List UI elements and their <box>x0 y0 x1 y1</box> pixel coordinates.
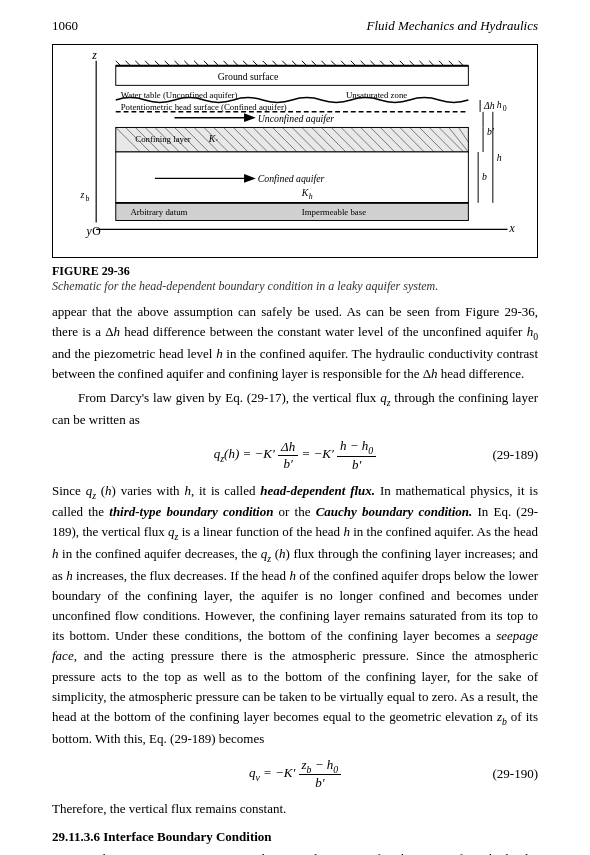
svg-text:Unconfined aquifer: Unconfined aquifer <box>258 113 335 124</box>
svg-rect-8 <box>116 66 469 86</box>
svg-text:Impermeable base: Impermeable base <box>302 207 366 217</box>
svg-text:Water table (Unconfined aquife: Water table (Unconfined aquifer) <box>121 90 238 100</box>
svg-text:K: K <box>208 133 216 144</box>
svg-text:ʹ: ʹ <box>216 139 218 146</box>
svg-text:h: h <box>497 152 502 163</box>
figure-box: z y O x z b <box>52 44 538 258</box>
equation-29-190: qv = −K′ zb − h0 b′ (29-190) <box>52 757 538 792</box>
paragraph-3: Since qz (h) varies with h, it is called… <box>52 481 538 749</box>
svg-text:z: z <box>80 189 85 200</box>
svg-text:Ground surface: Ground surface <box>218 71 279 82</box>
equation-29-189: qz(h) = −K′ Δh b′ = −K′ h − h0 b′ (29-18… <box>52 438 538 473</box>
svg-text:z: z <box>91 49 97 62</box>
svg-text:Arbitrary datum: Arbitrary datum <box>130 207 187 217</box>
paragraph-1: appear that the above assumption can saf… <box>52 302 538 384</box>
svg-text:O: O <box>92 225 101 238</box>
svg-text:Unsaturated zone: Unsaturated zone <box>346 90 407 100</box>
svg-text:b′: b′ <box>487 126 495 137</box>
paragraph-6: As shown in Figure 29-37, consider two a… <box>52 849 538 855</box>
eq-number-29-190: (29-190) <box>493 766 539 782</box>
svg-text:K: K <box>301 187 309 198</box>
svg-text:Δh: Δh <box>483 100 495 111</box>
figure-caption-text: Schematic for the head-dependent boundar… <box>52 279 538 294</box>
svg-text:Confined aquifer: Confined aquifer <box>258 173 325 184</box>
svg-text:0: 0 <box>503 104 507 113</box>
svg-text:h: h <box>309 192 313 201</box>
paragraph-4: Therefore, the vertical flux remains con… <box>52 799 538 819</box>
page-number: 1060 <box>52 18 78 34</box>
svg-text:x: x <box>508 222 515 235</box>
svg-text:b: b <box>85 194 89 203</box>
svg-text:Confining layer: Confining layer <box>135 134 191 144</box>
svg-text:h: h <box>497 99 502 110</box>
page-title: Fluid Mechanics and Hydraulics <box>367 18 539 34</box>
eq-number-29-189: (29-189) <box>493 447 539 463</box>
figure-caption-label: FIGURE 29-36 <box>52 264 538 279</box>
paragraph-2: From Darcy's law given by Eq. (29-17), t… <box>52 388 538 430</box>
figure-diagram: z y O x z b <box>57 49 533 249</box>
svg-text:b: b <box>482 171 487 182</box>
svg-text:Potentiometric head surface (C: Potentiometric head surface (Confined aq… <box>121 102 287 112</box>
section-heading-interface: 29.11.3.6 Interface Boundary Condition <box>52 829 538 845</box>
